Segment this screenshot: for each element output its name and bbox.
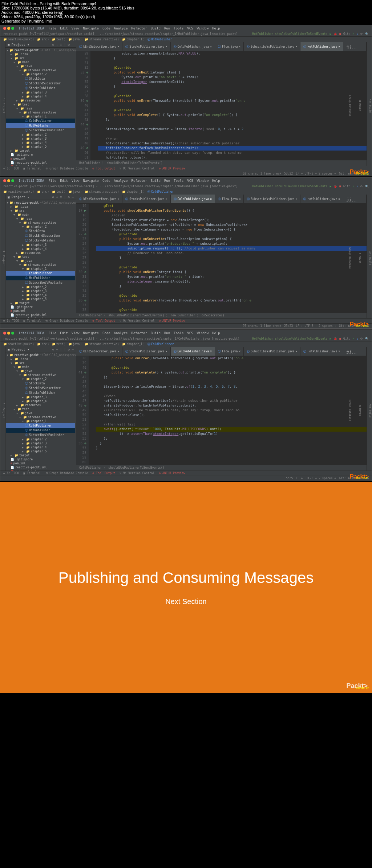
tree-ch5-test: ▶📁 chapter_5 <box>6 145 75 149</box>
status-chars: 62 chars, 1 line break <box>243 172 281 175</box>
tree-resources: ▶📁 resources <box>6 99 75 103</box>
tree-gitignore: 📄 .gitignore <box>6 153 75 157</box>
app-name: IntelliJ IDEA <box>19 27 44 30</box>
tree-pom: m pom.xml <box>6 157 75 161</box>
menu-run[interactable]: Run <box>164 27 170 30</box>
tree-stockspub: Ⓒ StocksPublisher <box>6 86 75 91</box>
menu-refactor[interactable]: Refactor <box>132 27 147 30</box>
tree-hotpub: Ⓒ HotPublisher <box>6 123 75 128</box>
tab-project[interactable]: 1: Project <box>2 98 5 113</box>
tree-idea: ▶📁 .idea <box>6 52 75 56</box>
tree-ch3-main: ▶📁 chapter_3 <box>6 91 75 95</box>
minimize-button[interactable] <box>7 27 10 30</box>
tree-stockdata: Ⓒ StockData <box>6 76 75 81</box>
editor-footer-path: HotPublisher 〉 shouldUsePublisherToSendE… <box>76 160 367 166</box>
menu-tools[interactable]: Tools <box>174 27 183 30</box>
slide-heading: Publishing and Consuming Messages <box>58 569 314 587</box>
menu-window[interactable]: Window <box>197 27 209 30</box>
tree-pkg-test: ▼📁 streams.reactive <box>6 111 75 115</box>
tab-stockspub[interactable]: ⒸStocksPublisher.java × <box>122 42 170 51</box>
tree-main: ▼📁 main <box>6 60 75 64</box>
antlr-tab[interactable]: ⊙ ANTLR Preview <box>159 167 185 170</box>
file-tree[interactable]: ▼📁 reactive-packt ~/IntelliJ_workspace/r… <box>5 200 76 318</box>
graphdb-tab[interactable]: ⟲ Graph Database Console <box>45 167 88 170</box>
window-titlebar: IntelliJ IDEA File Edit View Navigate Co… <box>0 25 372 32</box>
tab-maven[interactable]: m Maven <box>359 100 361 111</box>
maximize-button[interactable] <box>11 27 14 30</box>
tree-root: ▼📁 reactive-packt ~/IntelliJ_workspace/r… <box>6 48 75 52</box>
nav-breadcrumb: 📁 reactive-packt 〉 📁 src 〉 📁 test 〉 📁 ja… <box>0 37 372 42</box>
close-button[interactable] <box>3 179 6 182</box>
panel-tools[interactable]: ⊕ ÷ ‡ | ⚙ — <box>52 43 74 47</box>
tree-ch2-main: ▼📁 chapter_2 <box>6 72 75 76</box>
git-update-icon[interactable]: ↓ <box>356 32 358 36</box>
tab-more[interactable]: ... Ill... <box>343 42 367 51</box>
minimize-button[interactable] <box>7 179 10 182</box>
slide-subheading: Next Section <box>165 597 206 606</box>
bc-file[interactable]: Ⓒ HotPublisher <box>147 37 172 41</box>
tree-stockendsub: Ⓒ StockEndSubscriber <box>6 81 75 86</box>
code-editor[interactable]: @Test public void shouldUsePublisherToSe… <box>89 204 367 313</box>
editor-tabs: ⒸkEndSubscriber.java × ⒸStocksPublisher.… <box>76 42 367 51</box>
tab-endsubscriber[interactable]: ⒸkEndSubscriber.java × <box>76 42 122 51</box>
tree-subvspub: Ⓒ SubscribeVsPublisher <box>6 128 75 133</box>
search-icon[interactable]: 🔍 <box>365 32 369 36</box>
menu-analyze[interactable]: Analyze <box>114 27 128 30</box>
bc-java[interactable]: 📁 java 〉 <box>68 37 83 41</box>
tree-java-main: ▼📁 java <box>6 64 75 68</box>
bc-ch[interactable]: 📁 chapter_1 〉 <box>122 37 146 41</box>
menu-navigate[interactable]: Navigate <box>83 27 99 30</box>
project-tree-panel: ▣ Project ▾ ⊕ ÷ ‡ | ⚙ — ▼📁 reactive-pack… <box>5 42 76 166</box>
debug-button[interactable]: 🐞 <box>333 32 337 36</box>
tab-coldpub[interactable]: ⒸColdPublisher.java × <box>171 42 215 51</box>
tab-flow[interactable]: ⒸFlow.java × <box>215 42 244 51</box>
tree-extlib: ▼📚 External Libraries <box>6 165 75 166</box>
menu-view[interactable]: View <box>72 27 80 30</box>
menu-vcs[interactable]: VCS <box>187 27 193 30</box>
bc-src[interactable]: 📁 src 〉 <box>37 37 50 41</box>
tree-ch2-test: ▶📁 chapter_2 <box>6 133 75 137</box>
tab-hotpub[interactable]: ⒸHotPublisher.java × <box>300 42 343 51</box>
git-label: Git: <box>343 32 350 36</box>
tree-ch4-test: ▶📁 chapter_4 <box>6 141 75 145</box>
ide-window-3: IntelliJ IDEA FileEditViewNavigateCodeAn… <box>0 329 372 481</box>
bc-test[interactable]: 📁 test 〉 <box>52 37 67 41</box>
tab-subvspub[interactable]: ⒸSubscribeVsPublisher.java × <box>244 42 300 51</box>
terminal-tab[interactable]: ▣ Terminal <box>23 167 41 170</box>
tooloutput-tab[interactable]: ⊗ Tool Output <box>92 167 115 170</box>
code-editor[interactable]: subscription.request(Integer.MAX_VALUE);… <box>90 51 367 160</box>
vcs-tab[interactable]: ⑂ 9: Version Control <box>120 167 155 170</box>
menu-edit[interactable]: Edit <box>60 27 68 30</box>
tab-ant[interactable]: Ant Build <box>369 99 372 113</box>
tree-ch4-main: ▶📁 chapter_4 <box>6 95 75 99</box>
todo-tab[interactable]: ≡ 6: TODO <box>3 167 19 170</box>
maximize-button[interactable] <box>11 179 14 182</box>
code-editor[interactable]: public void onError(Throwable throwable)… <box>89 356 367 465</box>
git-history-icon[interactable]: ⟳ <box>360 32 363 36</box>
editor-area: ⒸkEndSubscriber.java × ⒸStocksPublisher.… <box>76 42 367 166</box>
menu-file[interactable]: File <box>48 27 56 30</box>
file-tree[interactable]: ▼📁 reactive-packt ~/IntelliJ_workspace/r… <box>5 48 76 166</box>
video-timestamp-1: 00:01:01 <box>356 172 369 175</box>
tree-iml: 📄 reactive-packt.iml <box>6 161 75 165</box>
tab-database[interactable]: Group Database <box>348 95 351 116</box>
tree-pkg-main: ▼📁 streams.reactive <box>6 68 75 72</box>
run-config[interactable]: HotPublisher.shouldUsePublisherToSendEve… <box>252 32 327 36</box>
bc-root[interactable]: 📁 reactive-packt 〉 <box>3 37 36 41</box>
tree-ch1-test: ▼📁 chapter_1 <box>6 115 75 119</box>
git-commit-icon[interactable]: ✓ <box>352 32 354 36</box>
menu-code[interactable]: Code <box>102 27 110 30</box>
bc-pkg[interactable]: 📁 streams.reactive 〉 <box>85 37 121 41</box>
run-button[interactable]: ▶ <box>329 32 331 36</box>
menu-help[interactable]: Help <box>212 27 220 30</box>
close-button[interactable] <box>3 27 6 30</box>
tree-ch3-test: ▶📁 chapter_3 <box>6 137 75 141</box>
status-enc[interactable]: LF ÷ UTF-8 ÷ 2 spaces ÷ <box>296 172 336 175</box>
left-tool-strip: 1: Project 7: Structure 2: Favorites <box>0 42 5 166</box>
ide-window-2: IntelliJ IDEA FileEditViewNavigateCodeAn… <box>0 177 372 329</box>
window-path: reactive-packt [~/IntelliJ_workspace/rea… <box>3 32 238 36</box>
line-gutter: 2930313233 ⊙343536373839 ⊙4041424344 ⊙45… <box>76 51 90 160</box>
stop-button[interactable]: ■ <box>339 32 341 36</box>
menu-build[interactable]: Build <box>151 27 161 30</box>
section-title-slide: Publishing and Consuming Messages Next S… <box>0 482 372 693</box>
